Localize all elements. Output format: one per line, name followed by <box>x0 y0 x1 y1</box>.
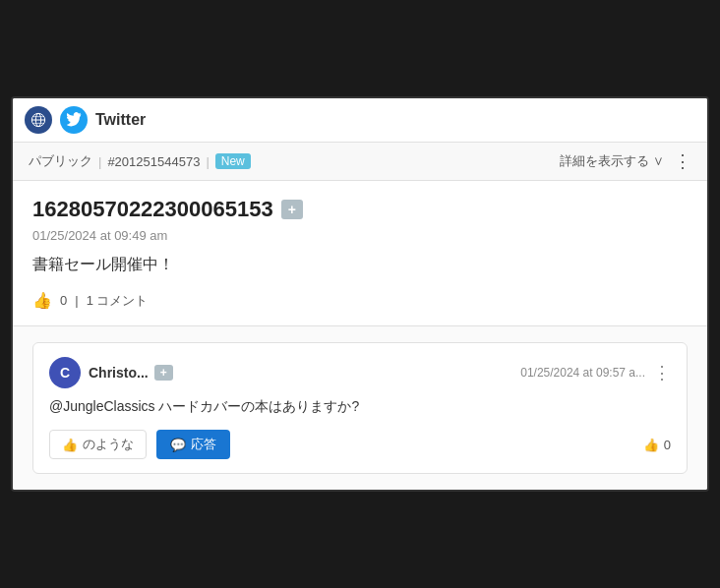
app-title: Twitter <box>95 111 146 129</box>
post-id-row: 16280570222300065153 + <box>32 197 688 222</box>
meta-bar-right: 詳細を表示する ∨ ⋮ <box>560 150 691 172</box>
comment-date: 01/25/2024 at 09:57 a... <box>520 366 645 380</box>
status-badge: New <box>215 153 251 169</box>
post-date: 01/25/2024 at 09:49 am <box>32 228 688 243</box>
reply-button[interactable]: 💬 応答 <box>156 430 230 459</box>
chevron-down-icon: ∨ <box>653 153 664 168</box>
comment-more-icon[interactable]: ⋮ <box>653 362 671 383</box>
commenter-avatar: C <box>49 357 81 388</box>
commenter-name: Christo... <box>89 365 149 381</box>
post-id: 16280570222300065153 <box>32 197 273 222</box>
post-plus-button[interactable]: + <box>281 200 303 219</box>
comment-body: @JungleClassics ハードカバーの本はありますか? <box>49 398 671 416</box>
comment-section: C Christo... + 01/25/2024 at 09:57 a... … <box>13 326 707 490</box>
more-options-icon[interactable]: ⋮ <box>674 150 691 172</box>
separator-1: | <box>98 154 101 169</box>
comment-likes-right: 👍 0 <box>643 438 671 452</box>
post-body: 書籍セール開催中！ <box>32 255 688 275</box>
separator-2: | <box>206 154 209 169</box>
visibility-label: パブリック <box>29 152 92 170</box>
show-details-button[interactable]: 詳細を表示する ∨ <box>560 152 664 170</box>
comment-actions: 👍 のような 💬 応答 👍 0 <box>49 430 671 459</box>
twitter-icon <box>60 106 88 134</box>
comments-label: 1 コメント <box>87 292 149 310</box>
comment-meta-right: 01/25/2024 at 09:57 a... ⋮ <box>520 362 671 383</box>
like-button[interactable]: 👍 のような <box>49 430 147 459</box>
comment-header: C Christo... + 01/25/2024 at 09:57 a... … <box>49 357 671 388</box>
commenter-plus-button[interactable]: + <box>154 365 173 381</box>
main-window: Twitter パブリック | #201251544573 | New 詳細を表… <box>11 96 709 492</box>
post-content: 16280570222300065153 + 01/25/2024 at 09:… <box>13 181 707 326</box>
reaction-row: 👍 0 | 1 コメント <box>32 291 688 310</box>
post-like-icon: 👍 <box>32 291 52 310</box>
globe-icon <box>25 106 52 134</box>
like-label: のような <box>83 436 134 453</box>
comment-like-icon: 👍 <box>643 438 659 452</box>
post-id-meta: #201251544573 <box>107 154 200 169</box>
meta-bar: パブリック | #201251544573 | New 詳細を表示する ∨ ⋮ <box>13 143 707 181</box>
reply-icon: 💬 <box>170 438 186 452</box>
post-likes-count: 0 <box>60 293 67 308</box>
comment-card: C Christo... + 01/25/2024 at 09:57 a... … <box>32 342 688 474</box>
reply-label: 応答 <box>191 436 216 453</box>
thumbs-up-icon: 👍 <box>62 438 78 452</box>
comment-likes-count: 0 <box>664 438 671 452</box>
separator-likes: | <box>75 293 78 308</box>
title-bar: Twitter <box>13 98 707 143</box>
